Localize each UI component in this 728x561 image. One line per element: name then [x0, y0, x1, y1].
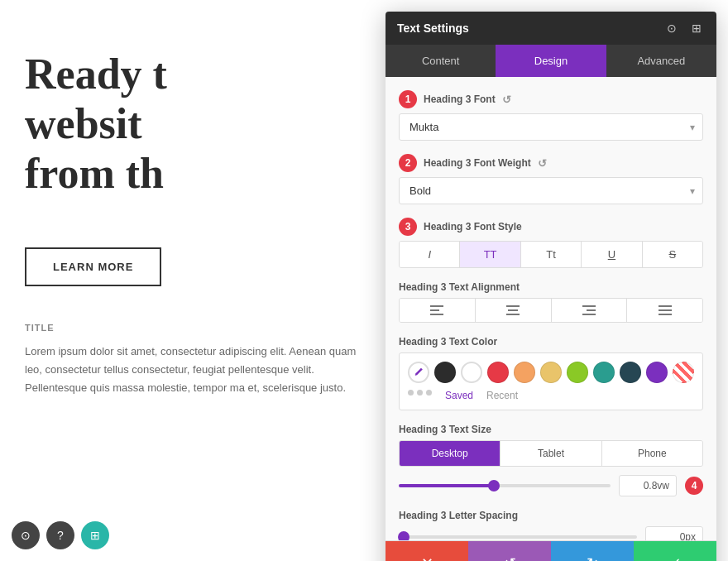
step-2: 2	[399, 154, 417, 172]
section-title: TITLE	[25, 323, 372, 333]
panel-title: Text Settings	[397, 22, 469, 35]
align-buttons	[399, 298, 703, 323]
heading3-font-select-wrapper: Mukta	[399, 113, 703, 141]
hero-heading: Ready twebsitfrom th	[25, 50, 356, 198]
svg-rect-10	[659, 309, 672, 311]
uppercase-button[interactable]: TT	[460, 242, 520, 267]
color-dot-1[interactable]	[408, 390, 414, 396]
tab-advanced[interactable]: Advanced	[606, 45, 716, 77]
color-teal[interactable]	[593, 362, 615, 383]
heading3-letter-spacing-label: Heading 3 Letter Spacing	[399, 510, 703, 521]
phone-tab[interactable]: Phone	[602, 441, 702, 466]
letter-spacing-slider-track[interactable]	[399, 535, 637, 539]
heading3-font-reset-icon[interactable]: ↺	[502, 94, 511, 106]
heading3-text-align-label: Heading 3 Text Alignment	[399, 281, 703, 293]
heading3-font-weight-select[interactable]: Bold	[399, 177, 703, 204]
svg-rect-9	[659, 305, 672, 307]
tab-content[interactable]: Content	[386, 45, 496, 77]
color-striped[interactable]	[673, 362, 694, 383]
svg-rect-3	[506, 305, 520, 307]
learn-more-button[interactable]: LEARN MORE	[25, 247, 161, 286]
text-size-slider-thumb[interactable]	[488, 480, 500, 491]
svg-rect-2	[430, 314, 443, 315]
recent-tab[interactable]: Recent	[486, 390, 518, 401]
color-section: Saved Recent	[399, 352, 703, 410]
expand-icon[interactable]: ⊞	[688, 20, 705, 36]
heading3-text-color-row: Heading 3 Text Color	[399, 336, 703, 410]
saved-tab[interactable]: Saved	[445, 390, 473, 401]
svg-rect-7	[587, 309, 596, 311]
svg-rect-1	[430, 309, 439, 311]
color-white[interactable]	[461, 362, 482, 383]
capitalize-button[interactable]: Tt	[521, 242, 582, 267]
svg-rect-6	[582, 305, 596, 307]
strikethrough-button[interactable]: S	[643, 242, 702, 267]
color-light-green[interactable]	[567, 362, 588, 383]
panel-footer: ✕ ↺ ↻ ✓	[386, 540, 716, 561]
heading3-font-row: 1 Heading 3 Font ↺ Mukta	[399, 90, 703, 141]
panel-header-icons: ⊙ ⊞	[663, 20, 705, 36]
heading3-text-size-label: Heading 3 Text Size	[399, 424, 703, 435]
letter-spacing-input[interactable]	[645, 526, 703, 540]
panel-tabs: Content Design Advanced	[386, 45, 716, 77]
heading3-font-label: 1 Heading 3 Font ↺	[399, 90, 703, 108]
section-body: Lorem ipsum dolor sit amet, consectetur …	[25, 343, 372, 397]
color-yellow[interactable]	[540, 362, 562, 383]
panel-body: 1 Heading 3 Font ↺ Mukta 2 Heading 3 Fon…	[386, 77, 716, 540]
color-orange[interactable]	[514, 362, 535, 383]
bottom-icon-help[interactable]: ?	[46, 521, 74, 549]
align-center-button[interactable]	[476, 299, 552, 322]
color-purple[interactable]	[646, 362, 668, 383]
redo-button[interactable]: ↻	[551, 541, 634, 561]
svg-rect-11	[659, 314, 672, 315]
panel-header: Text Settings ⊙ ⊞	[386, 12, 716, 45]
bottom-bar: ⊙ ? ⊞	[12, 521, 109, 549]
color-red[interactable]	[487, 362, 509, 383]
heading3-text-size-row: Heading 3 Text Size Desktop Tablet Phone…	[399, 424, 703, 496]
page-section: TITLE Lorem ipsum dolor sit amet, consec…	[25, 323, 372, 397]
heading3-font-style-row: 3 Heading 3 Font Style I TT Tt U S	[399, 218, 703, 268]
align-right-button[interactable]	[552, 299, 628, 322]
heading3-font-style-label: 3 Heading 3 Font Style	[399, 218, 703, 236]
save-button[interactable]: ✓	[634, 541, 716, 561]
color-black[interactable]	[434, 362, 456, 383]
text-size-input[interactable]	[619, 475, 677, 496]
align-left-button[interactable]	[400, 299, 476, 322]
color-blue[interactable]	[620, 362, 641, 383]
italic-button[interactable]: I	[400, 242, 460, 267]
align-justify-button[interactable]	[627, 299, 702, 322]
step-4: 4	[685, 477, 703, 495]
heading3-font-weight-label: 2 Heading 3 Font Weight ↺	[399, 154, 703, 172]
heading3-text-align-row: Heading 3 Text Alignment	[399, 281, 703, 323]
color-dot-3[interactable]	[426, 390, 432, 396]
cancel-button[interactable]: ✕	[386, 541, 468, 561]
text-settings-panel: Text Settings ⊙ ⊞ Content Design Advance…	[386, 12, 716, 561]
color-footer: Saved Recent	[408, 390, 694, 401]
eyedropper-button[interactable]	[408, 362, 429, 383]
tab-design[interactable]: Design	[496, 45, 606, 77]
text-size-slider-track[interactable]	[399, 484, 611, 487]
text-size-slider-fill	[399, 484, 494, 487]
reset-button[interactable]: ↺	[468, 541, 551, 561]
desktop-tab[interactable]: Desktop	[400, 441, 500, 466]
svg-rect-4	[508, 309, 518, 311]
svg-rect-0	[430, 305, 443, 307]
letter-spacing-slider-row	[399, 526, 703, 540]
bottom-icon-1[interactable]: ⊙	[12, 521, 40, 549]
letter-spacing-slider-thumb[interactable]	[398, 531, 410, 540]
device-tabs: Desktop Tablet Phone	[399, 440, 703, 467]
heading3-font-select[interactable]: Mukta	[399, 113, 703, 141]
tablet-tab[interactable]: Tablet	[500, 441, 601, 466]
heading3-font-weight-reset-icon[interactable]: ↺	[538, 157, 547, 170]
color-swatches	[408, 362, 694, 383]
color-dot-2[interactable]	[417, 390, 423, 396]
heading3-font-weight-select-wrapper: Bold	[399, 177, 703, 204]
bottom-icon-grid[interactable]: ⊞	[81, 521, 109, 549]
underline-button[interactable]: U	[582, 242, 642, 267]
svg-rect-8	[582, 314, 596, 315]
heading3-font-weight-row: 2 Heading 3 Font Weight ↺ Bold	[399, 154, 703, 204]
settings-icon[interactable]: ⊙	[663, 20, 680, 36]
svg-rect-5	[506, 314, 520, 315]
font-style-buttons: I TT Tt U S	[399, 241, 703, 268]
step-3: 3	[399, 218, 417, 236]
